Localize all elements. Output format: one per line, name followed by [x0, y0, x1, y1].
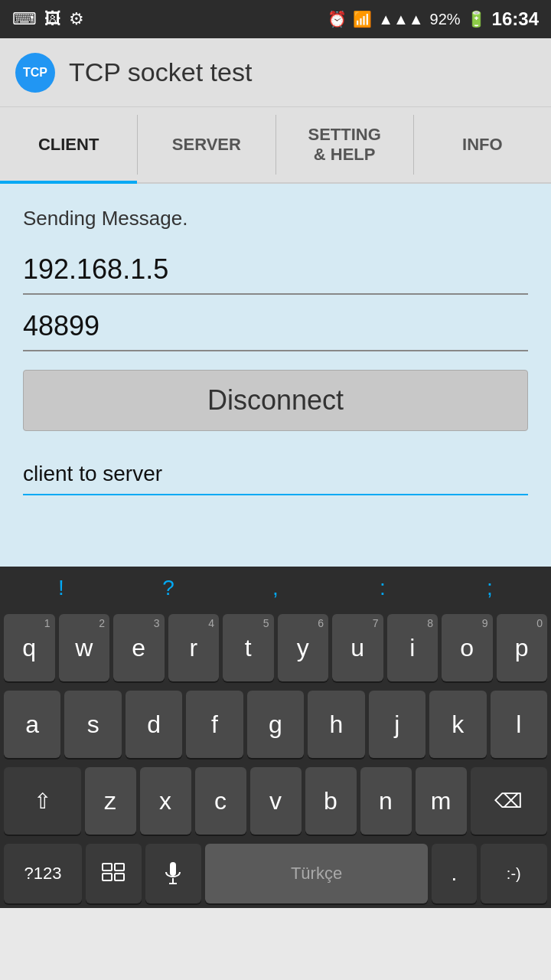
key-h[interactable]: h: [308, 691, 364, 758]
tab-setting[interactable]: SETTING& HELP: [276, 107, 413, 182]
android-icon: ⚙: [69, 9, 84, 29]
key-t[interactable]: 5t: [223, 614, 274, 681]
status-left-icons: ⌨ 🖼 ⚙: [12, 9, 84, 29]
key-s[interactable]: s: [64, 691, 121, 758]
symbol-row: ! ? , : ;: [0, 567, 551, 609]
key-num123[interactable]: ?123: [4, 844, 82, 903]
svg-rect-3: [115, 874, 124, 880]
key-g[interactable]: g: [247, 691, 304, 758]
key-l[interactable]: l: [491, 691, 547, 758]
keyboard-icon: ⌨: [12, 9, 37, 29]
key-e[interactable]: 3e: [113, 614, 165, 681]
svg-rect-1: [115, 864, 124, 871]
alarm-icon: ⏰: [328, 10, 347, 28]
app-title: TCP socket test: [69, 57, 252, 87]
key-q[interactable]: 1q: [4, 614, 55, 681]
tab-server[interactable]: SERVER: [138, 107, 275, 182]
disconnect-button[interactable]: Disconnect: [23, 370, 528, 431]
battery-icon: 🔋: [467, 10, 486, 28]
port-input[interactable]: [23, 302, 528, 351]
key-j[interactable]: j: [369, 691, 425, 758]
key-u[interactable]: 7u: [332, 614, 383, 681]
key-colon[interactable]: :: [329, 576, 436, 600]
key-emoji[interactable]: :-): [481, 844, 547, 903]
key-i[interactable]: 8i: [387, 614, 439, 681]
key-d[interactable]: d: [126, 691, 182, 758]
key-exclamation[interactable]: !: [8, 576, 115, 600]
key-question[interactable]: ?: [115, 576, 222, 600]
keyboard-bottom-row: ?123 Türkçe . :-): [0, 839, 551, 908]
svg-rect-4: [170, 862, 176, 876]
key-a[interactable]: a: [4, 691, 60, 758]
signal-icon: ▲▲▲: [378, 11, 423, 28]
battery-text: 92%: [430, 11, 461, 28]
key-k[interactable]: k: [429, 691, 486, 758]
key-n[interactable]: n: [360, 767, 412, 835]
key-mic[interactable]: [145, 844, 201, 903]
key-r[interactable]: 4r: [168, 614, 220, 681]
key-w[interactable]: 2w: [59, 614, 110, 681]
image-icon: 🖼: [44, 9, 61, 29]
key-b[interactable]: b: [305, 767, 357, 835]
key-space[interactable]: Türkçe: [205, 844, 428, 903]
tab-bar: CLIENT SERVER SETTING& HELP INFO: [0, 107, 551, 184]
key-z[interactable]: z: [85, 767, 136, 835]
key-semicolon[interactable]: ;: [436, 576, 543, 600]
keyboard-row-2: a s d f g h j k l: [0, 686, 551, 763]
status-right-icons: ⏰ 📶 ▲▲▲ 92% 🔋 16:34: [328, 8, 539, 30]
key-y[interactable]: 6y: [278, 614, 329, 681]
key-shift[interactable]: ⇧: [4, 767, 81, 835]
key-x[interactable]: x: [140, 767, 191, 835]
ip-address-input[interactable]: [23, 246, 528, 295]
app-bar: TCP TCP socket test: [0, 38, 551, 107]
keyboard-row-3: ⇧ z x c v b n m ⌫: [0, 763, 551, 839]
key-p[interactable]: 0p: [497, 614, 548, 681]
key-comma[interactable]: ,: [222, 576, 329, 600]
key-m[interactable]: m: [416, 767, 467, 835]
key-c[interactable]: c: [195, 767, 246, 835]
keyboard: ! ? , : ; 1q 2w 3e 4r 5t 6y 7u 8i 9o 0p …: [0, 567, 551, 908]
key-backspace[interactable]: ⌫: [471, 767, 548, 835]
message-input[interactable]: [23, 454, 528, 495]
wifi-icon: 📶: [353, 10, 372, 28]
main-content: Sending Message. Disconnect: [0, 184, 551, 567]
key-period[interactable]: .: [432, 844, 476, 903]
status-bar: ⌨ 🖼 ⚙ ⏰ 📶 ▲▲▲ 92% 🔋 16:34: [0, 0, 551, 38]
key-layout[interactable]: [86, 844, 142, 903]
keyboard-row-1: 1q 2w 3e 4r 5t 6y 7u 8i 9o 0p: [0, 609, 551, 686]
app-icon: TCP: [15, 53, 55, 93]
svg-rect-2: [103, 874, 112, 880]
tab-info[interactable]: INFO: [414, 107, 551, 182]
status-text: Sending Message.: [23, 207, 528, 230]
svg-rect-0: [103, 864, 112, 871]
tab-client[interactable]: CLIENT: [0, 107, 137, 182]
key-f[interactable]: f: [186, 691, 243, 758]
key-o[interactable]: 9o: [442, 614, 493, 681]
key-v[interactable]: v: [250, 767, 302, 835]
status-time: 16:34: [492, 8, 539, 30]
